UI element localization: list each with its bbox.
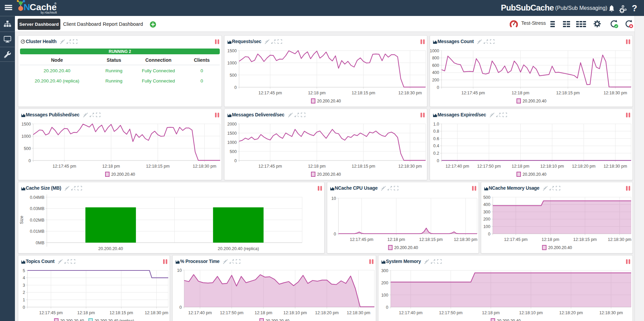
svg-text:12:18 pm: 12:18 pm bbox=[77, 310, 95, 315]
svg-text:12:18 pm: 12:18 pm bbox=[512, 164, 529, 169]
svg-text:12:18:15 pm: 12:18:15 pm bbox=[352, 164, 375, 169]
svg-text:20.200.20.40: 20.200.20.40 bbox=[44, 68, 71, 73]
svg-text:20.200.20.40 (replica): 20.200.20.40 (replica) bbox=[95, 319, 134, 321]
svg-text:20.200.20.40: 20.200.20.40 bbox=[523, 99, 546, 103]
svg-text:12:18 pm: 12:18 pm bbox=[387, 237, 405, 242]
svg-text:Topics Count: Topics Count bbox=[26, 259, 55, 264]
svg-text:12:18 pm: 12:18 pm bbox=[482, 310, 500, 315]
svg-text:12:18 pm: 12:18 pm bbox=[255, 310, 272, 315]
svg-text:10: 10 bbox=[331, 196, 336, 201]
svg-text:Requests/sec: Requests/sec bbox=[232, 39, 261, 44]
svg-text:1000: 1000 bbox=[430, 49, 439, 53]
svg-text:Status: Status bbox=[107, 57, 121, 63]
svg-text:0.2: 0.2 bbox=[433, 151, 439, 156]
svg-text:12:18:20 pm: 12:18:20 pm bbox=[315, 310, 339, 315]
svg-text:Clients: Clients bbox=[194, 57, 210, 63]
svg-text:12:17:40 pm: 12:17:40 pm bbox=[399, 310, 423, 315]
svg-text:12:18 pm: 12:18 pm bbox=[308, 91, 326, 95]
svg-text:20.200.20.40: 20.200.20.40 bbox=[523, 172, 546, 177]
svg-text:5: 5 bbox=[23, 268, 25, 273]
svg-text:1500: 1500 bbox=[227, 131, 237, 136]
svg-text:12:18:30 pm: 12:18:30 pm bbox=[608, 237, 631, 242]
svg-text:Size: Size bbox=[19, 216, 24, 224]
svg-text:% Processor Time: % Processor Time bbox=[180, 259, 220, 264]
svg-text:1500: 1500 bbox=[227, 49, 237, 53]
svg-text:by Alachisoft: by Alachisoft bbox=[41, 11, 57, 14]
svg-text:12:17:50 pm: 12:17:50 pm bbox=[220, 310, 243, 315]
svg-text:12:18:20 pm: 12:18:20 pm bbox=[559, 310, 583, 315]
svg-text:12:18:15 pm: 12:18:15 pm bbox=[110, 310, 133, 315]
svg-text:12:17:45 pm: 12:17:45 pm bbox=[53, 164, 76, 169]
svg-text:0: 0 bbox=[488, 232, 490, 237]
svg-text:12:18 pm: 12:18 pm bbox=[102, 164, 120, 169]
svg-text:200: 200 bbox=[483, 217, 490, 222]
svg-text:1500: 1500 bbox=[21, 122, 31, 127]
svg-text:500: 500 bbox=[230, 73, 237, 78]
svg-text:12:18:15 pm: 12:18:15 pm bbox=[556, 91, 580, 95]
svg-text:12:18:30 pm: 12:18:30 pm bbox=[398, 91, 422, 95]
svg-text:Messages Published/sec: Messages Published/sec bbox=[26, 112, 80, 117]
svg-text:Messages Expired/sec: Messages Expired/sec bbox=[437, 112, 486, 117]
svg-text:Fully Connected: Fully Connected bbox=[142, 78, 175, 83]
svg-text:12:18:10 pm: 12:18:10 pm bbox=[519, 310, 543, 315]
svg-text:10: 10 bbox=[177, 268, 182, 273]
svg-text:NCache CPU Usage: NCache CPU Usage bbox=[335, 186, 378, 191]
svg-text:0: 0 bbox=[200, 78, 203, 83]
svg-text:12:18 pm: 12:18 pm bbox=[512, 91, 529, 95]
svg-text:12:17:40 pm: 12:17:40 pm bbox=[188, 310, 212, 315]
svg-text:12:18:30 pm: 12:18:30 pm bbox=[193, 164, 216, 169]
svg-text:1000: 1000 bbox=[227, 61, 237, 65]
svg-text:20.200.20.40: 20.200.20.40 bbox=[394, 245, 418, 250]
svg-text:RUNNING 2: RUNNING 2 bbox=[109, 49, 131, 54]
svg-text:200: 200 bbox=[432, 78, 439, 82]
svg-text:Running: Running bbox=[105, 68, 122, 73]
svg-text:0.6: 0.6 bbox=[433, 136, 439, 141]
svg-text:N: N bbox=[24, 2, 30, 12]
svg-text:100: 100 bbox=[381, 293, 388, 298]
svg-text:0.03MB: 0.03MB bbox=[30, 206, 44, 211]
svg-text:20.200.20.40: 20.200.20.40 bbox=[317, 172, 341, 177]
svg-text:0.4: 0.4 bbox=[433, 144, 439, 148]
svg-text:Connection: Connection bbox=[145, 57, 172, 63]
svg-text:12:17:45 pm: 12:17:45 pm bbox=[258, 164, 282, 169]
svg-text:20.200.20.40: 20.200.20.40 bbox=[266, 319, 289, 321]
svg-text:0.02MB: 0.02MB bbox=[30, 218, 44, 223]
svg-text:0: 0 bbox=[334, 232, 336, 237]
svg-text:500: 500 bbox=[483, 195, 490, 200]
svg-text:300: 300 bbox=[381, 268, 388, 273]
svg-text:0: 0 bbox=[437, 158, 439, 163]
svg-text:12:18:30 pm: 12:18:30 pm bbox=[398, 164, 422, 169]
svg-text:12:17:50 pm: 12:17:50 pm bbox=[439, 310, 463, 315]
svg-text:1.0: 1.0 bbox=[433, 122, 439, 127]
svg-text:12:18:20 pm: 12:18:20 pm bbox=[572, 164, 596, 169]
svg-text:3: 3 bbox=[23, 283, 25, 288]
svg-text:System Memory: System Memory bbox=[386, 259, 421, 264]
svg-text:500: 500 bbox=[24, 146, 31, 151]
svg-text:12:18 pm: 12:18 pm bbox=[542, 237, 559, 242]
svg-text:Messages Delivered/sec: Messages Delivered/sec bbox=[232, 112, 285, 117]
svg-text:12:18:30 pm: 12:18:30 pm bbox=[347, 310, 370, 315]
svg-text:Cache Size (MB): Cache Size (MB) bbox=[26, 186, 61, 191]
svg-text:0: 0 bbox=[234, 85, 237, 90]
svg-text:12:18:30 pm: 12:18:30 pm bbox=[454, 237, 477, 242]
svg-text:Cluster Health: Cluster Health bbox=[26, 39, 57, 44]
svg-text:12:18:30 pm: 12:18:30 pm bbox=[604, 164, 627, 169]
svg-text:0MB: 0MB bbox=[36, 241, 44, 245]
svg-text:12:17:45 pm: 12:17:45 pm bbox=[350, 237, 373, 242]
svg-text:12:18 pm: 12:18 pm bbox=[308, 164, 326, 169]
svg-text:500: 500 bbox=[230, 149, 237, 154]
svg-text:2: 2 bbox=[23, 290, 25, 295]
svg-text:Running: Running bbox=[105, 78, 122, 83]
svg-text:20.200.20.40: 20.200.20.40 bbox=[111, 172, 135, 177]
svg-text:Node: Node bbox=[51, 57, 63, 63]
svg-text:0: 0 bbox=[200, 68, 203, 73]
svg-text:20.200.20.40: 20.200.20.40 bbox=[98, 246, 123, 251]
svg-text:4: 4 bbox=[23, 276, 25, 280]
svg-text:12:17:45 pm: 12:17:45 pm bbox=[461, 91, 485, 95]
svg-text:20.200.20.40 (replica): 20.200.20.40 (replica) bbox=[218, 246, 259, 251]
svg-text:12:18:30 pm: 12:18:30 pm bbox=[604, 91, 627, 95]
svg-text:12:17:40 pm: 12:17:40 pm bbox=[446, 164, 469, 169]
svg-text:200: 200 bbox=[381, 281, 388, 285]
svg-text:12:18:10 pm: 12:18:10 pm bbox=[540, 164, 564, 169]
svg-text:0.8: 0.8 bbox=[433, 129, 439, 134]
